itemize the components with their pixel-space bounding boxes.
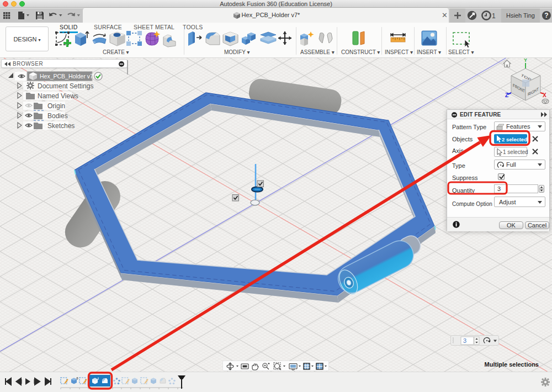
svg-text:1: 1 — [492, 12, 496, 20]
svg-text:Origin: Origin — [47, 102, 65, 110]
svg-text:Sketches: Sketches — [47, 122, 75, 130]
svg-text:Document Settings: Document Settings — [38, 82, 93, 90]
svg-text:Bodies: Bodies — [47, 112, 68, 120]
svg-text:Hsieh Ting: Hsieh Ting — [506, 12, 535, 19]
svg-text:Named Views: Named Views — [38, 92, 78, 100]
svg-text:3: 3 — [463, 337, 466, 344]
svg-text:Hex_PCB_Holder v7: Hex_PCB_Holder v7 — [40, 73, 93, 80]
svg-text:?: ? — [544, 12, 548, 19]
